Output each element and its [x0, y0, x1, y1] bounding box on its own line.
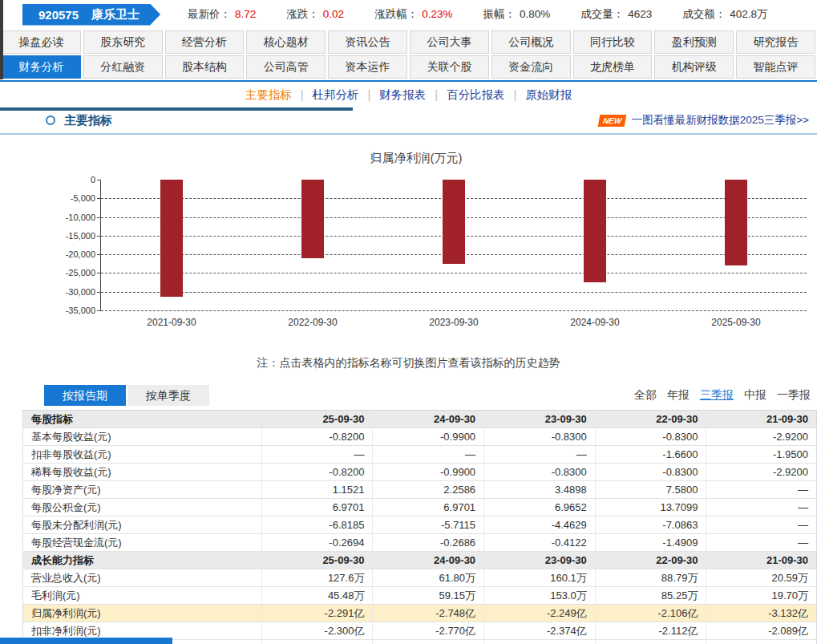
cell-value: -61.40 [373, 640, 484, 644]
x-axis-label: 2022-09-30 [261, 317, 365, 328]
subnav-link[interactable]: 杜邦分析 [312, 87, 358, 103]
cell-value: 13.7099 [595, 499, 706, 516]
nav-tab[interactable]: 资金流向 [491, 55, 571, 79]
nav-tab[interactable]: 公司大事 [410, 30, 489, 54]
nav-tab[interactable]: 同行比较 [573, 30, 653, 54]
table-row: 基本每股收益(元)-0.8200-0.9900-0.8300-0.8300-2.… [23, 428, 817, 446]
grid-line [101, 292, 807, 293]
subnav-link[interactable]: 财务报表 [379, 87, 426, 103]
table-row: 每股未分配利润(元)-6.8185-5.7115-4.4629-7.0863— [23, 516, 817, 534]
stat-item: 振幅：0.80% [483, 7, 550, 22]
stat-item: 涨跌幅：0.23% [374, 7, 452, 22]
metric-label[interactable]: 每股经营现金流(元) [23, 534, 262, 552]
metric-label[interactable]: 毛利润(元) [23, 587, 262, 605]
report-period-button[interactable]: 按报告期 [44, 385, 126, 406]
subnav-separator: | [367, 88, 370, 101]
cell-value: — [373, 446, 484, 464]
column-header: 24-09-30 [373, 411, 484, 428]
cell-value: -0.8200 [261, 464, 373, 481]
stock-summary-bar: 920575 康乐卫士 最新价：8.72涨跌：0.02涨跌幅：0.23%振幅：0… [0, 0, 817, 29]
metric-label[interactable]: 归属净利润(元) [23, 605, 262, 622]
column-header: 25-09-30 [261, 411, 373, 428]
subnav-separator: | [301, 88, 304, 101]
bottom-blue-strip [0, 638, 172, 644]
metric-label[interactable]: 每股净资产(元) [23, 481, 262, 499]
metric-label[interactable]: 稀释每股收益(元) [23, 464, 262, 481]
stat-label: 最新价： [188, 8, 231, 20]
stat-value: 0.02 [323, 8, 344, 20]
cell-value: -2.770亿 [373, 622, 484, 640]
cell-value: 1.1521 [261, 481, 373, 499]
nav-tab[interactable]: 分红融资 [83, 55, 163, 79]
nav-tab[interactable]: 机构评级 [654, 55, 734, 79]
y-axis-label: -5,000 [71, 193, 95, 203]
cell-value: 6.9652 [484, 499, 596, 516]
stock-name: 康乐卫士 [91, 7, 140, 22]
cell-value: 331.32 [595, 640, 706, 644]
cell-value: 3.4898 [484, 481, 596, 499]
nav-tab[interactable]: 公司概况 [491, 30, 571, 54]
nav-tab[interactable]: 盈利预测 [654, 30, 734, 54]
filter-link[interactable]: 全部 [634, 388, 657, 403]
report-filters: 全部年报三季报中报一季报 [634, 388, 811, 403]
x-axis-label: 2023-09-30 [402, 317, 506, 328]
y-axis-tick [97, 180, 101, 180]
single-quarter-button[interactable]: 按单季度 [127, 385, 209, 406]
nav-tab[interactable]: 核心题材 [246, 30, 326, 54]
nav-tab[interactable]: 股本结构 [165, 55, 245, 79]
subnav-link[interactable]: 主要指标 [245, 87, 292, 103]
cell-value: -2.106亿 [595, 605, 706, 622]
filter-link[interactable]: 一季报 [777, 388, 811, 403]
y-axis-label: -20,000 [66, 249, 95, 259]
nav-tab[interactable]: 经营分析 [165, 30, 245, 54]
subnav-link[interactable]: 原始财报 [525, 87, 572, 103]
section-header-label: 每股指标 [23, 411, 262, 428]
nav-tab[interactable]: 关联个股 [410, 55, 489, 79]
subnav-link[interactable]: 百分比报表 [447, 87, 505, 103]
nav-tab[interactable]: 操盘必读 [2, 30, 81, 54]
stat-value: 0.80% [520, 8, 550, 20]
metric-label[interactable]: 基本每股收益(元) [23, 428, 262, 446]
cell-value: 80.33 [484, 640, 596, 644]
financial-indicators-table: 每股指标25-09-3024-09-3023-09-3022-09-3021-0… [22, 410, 817, 644]
cell-value: 106.52 [261, 640, 373, 644]
promo-link[interactable]: 一图看懂最新财报数据2025三季报>> [632, 113, 809, 128]
metric-label[interactable]: 每股公积金(元) [23, 499, 262, 516]
nav-tab[interactable]: 财务分析 [2, 55, 81, 79]
grid-line [101, 273, 807, 273]
nav-tab[interactable]: 资本运作 [328, 55, 407, 79]
y-axis-tick [97, 236, 101, 237]
cell-value: — [706, 481, 817, 499]
y-axis-tick [97, 254, 101, 255]
y-axis-label: -15,000 [66, 231, 95, 241]
metric-label[interactable]: 营业总收入(元) [23, 569, 262, 587]
filter-link[interactable]: 三季报 [700, 388, 734, 403]
period-buttons: 按报告期按单季度 [44, 385, 209, 406]
table-row: 每股公积金(元)6.97016.97016.965213.7099— [23, 499, 817, 516]
x-axis-label: 2021-09-30 [119, 317, 224, 328]
x-axis-label: 2024-09-30 [543, 317, 647, 328]
cell-value: -4.4629 [484, 516, 596, 534]
metric-label[interactable]: 每股未分配利润(元) [23, 516, 262, 534]
bullet-circle-icon [46, 115, 55, 125]
nav-tab[interactable]: 龙虎榜单 [573, 55, 653, 79]
stat-label: 振幅： [483, 8, 516, 20]
nav-tab[interactable]: 公司高管 [246, 55, 326, 79]
nav-tab[interactable]: 研究报告 [736, 30, 815, 54]
cell-value: 153.0万 [484, 587, 596, 605]
stat-label: 成交量： [580, 8, 624, 20]
nav-tab[interactable]: 资讯公告 [328, 30, 407, 54]
table-section-header-row: 成长能力指标25-09-3024-09-3023-09-3022-09-3021… [23, 552, 817, 569]
stat-label: 成交额： [682, 8, 726, 20]
nav-tab[interactable]: 智能点评 [736, 55, 815, 79]
filter-link[interactable]: 年报 [667, 388, 690, 403]
nav-tab[interactable]: 股东研究 [83, 30, 163, 54]
cell-value: 45.48万 [261, 587, 373, 605]
metric-label[interactable]: 扣非每股收益(元) [23, 446, 262, 464]
y-axis-tick [97, 310, 101, 311]
section-title: 主要指标 [64, 113, 112, 128]
cell-value: -0.4122 [484, 534, 596, 552]
filter-link[interactable]: 中报 [744, 388, 766, 403]
table-row: 扣非每股收益(元)———-1.6600-1.9500 [23, 446, 817, 464]
cell-value: 2.2586 [373, 481, 484, 499]
